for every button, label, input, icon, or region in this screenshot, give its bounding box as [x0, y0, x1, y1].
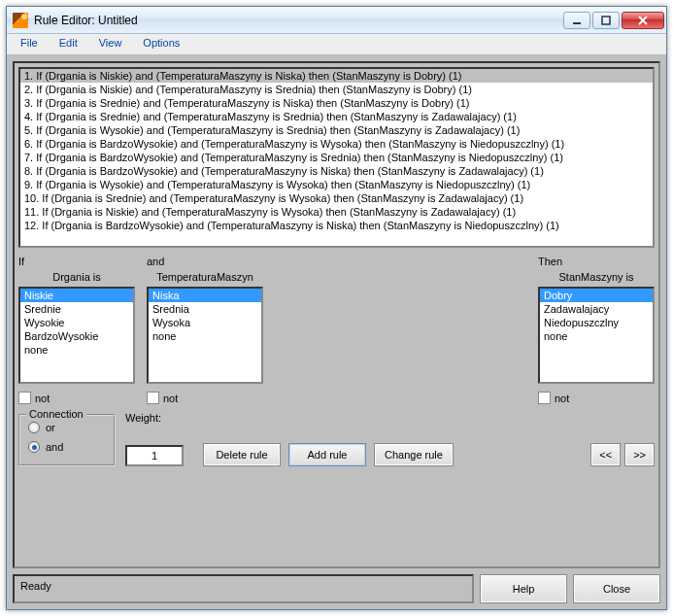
status-bar: Ready: [13, 574, 474, 603]
add-rule-button[interactable]: Add rule: [288, 443, 366, 466]
list-item[interactable]: Dobry: [540, 289, 653, 302]
next-rule-button[interactable]: >>: [624, 443, 655, 466]
rule-item[interactable]: 3. If (Drgania is Srednie) and (Temperat…: [20, 96, 653, 110]
list-item[interactable]: Niedopuszczlny: [540, 316, 653, 329]
connection-or-radio[interactable]: [28, 422, 40, 433]
menu-edit[interactable]: Edit: [50, 34, 87, 54]
input2-column: and TemperaturaMaszyn NiskaSredniaWysoka…: [147, 256, 263, 404]
list-item[interactable]: Srednie: [20, 302, 133, 316]
weight-column: Weight: 1: [125, 412, 193, 466]
rule-item[interactable]: 7. If (Drgania is BardzoWysokie) and (Te…: [20, 151, 653, 164]
rule-item[interactable]: 5. If (Drgania is Wysokie) and (Temperat…: [20, 123, 653, 137]
output-not-checkbox[interactable]: [538, 392, 551, 404]
app-icon: [13, 13, 28, 28]
rule-item[interactable]: 1. If (Drgania is Niskie) and (Temperatu…: [20, 69, 653, 83]
input1-not-checkbox[interactable]: [18, 392, 31, 404]
menu-file[interactable]: File: [11, 34, 48, 54]
input1-label: Drgania is: [18, 271, 135, 285]
rule-item[interactable]: 6. If (Drgania is BardzoWysokie) and (Te…: [20, 137, 653, 151]
svg-rect-1: [602, 17, 610, 24]
list-item[interactable]: Zadawalajacy: [540, 302, 653, 316]
delete-rule-button[interactable]: Delete rule: [203, 443, 281, 466]
menubar: File Edit View Options: [7, 34, 666, 55]
rule-item[interactable]: 12. If (Drgania is BardzoWysokie) and (T…: [20, 219, 653, 232]
output-label: StanMaszyny is: [538, 271, 655, 285]
input2-listbox[interactable]: NiskaSredniaWysokanone: [149, 289, 261, 382]
output-listbox[interactable]: DobryZadawalajacyNiedopuszczlnynone: [540, 289, 653, 382]
and-label: and: [147, 256, 263, 269]
input1-column: If Drgania is NiskieSrednieWysokieBardzo…: [18, 256, 135, 404]
maximize-button[interactable]: [592, 12, 620, 29]
controls-row: Connection or and Weight: 1 Delete rul: [18, 412, 655, 466]
rules-list-wrap: 1. If (Drgania is Niskie) and (Temperatu…: [18, 67, 655, 248]
output-not-label: not: [555, 393, 569, 404]
weight-label: Weight:: [125, 412, 193, 424]
nav-buttons: << >>: [590, 443, 655, 466]
menu-view[interactable]: View: [89, 34, 132, 54]
rule-item[interactable]: 2. If (Drgania is Niskie) and (Temperatu…: [20, 83, 653, 96]
rule-buttons: Delete rule Add rule Change rule: [203, 443, 454, 466]
help-button[interactable]: Help: [480, 574, 567, 603]
input2-listbox-wrap: NiskaSredniaWysokanone: [147, 287, 263, 384]
maximize-icon: [601, 16, 611, 25]
connection-group: Connection or and: [18, 414, 116, 466]
rule-builder: If Drgania is NiskieSrednieWysokieBardzo…: [18, 256, 655, 404]
list-item[interactable]: none: [20, 343, 133, 357]
main-panel: 1. If (Drgania is Niskie) and (Temperatu…: [13, 61, 660, 568]
rule-item[interactable]: 9. If (Drgania is Wysokie) and (Temperat…: [20, 178, 653, 191]
connection-and-label: and: [46, 441, 63, 453]
list-item[interactable]: none: [149, 329, 261, 343]
input1-listbox[interactable]: NiskieSrednieWysokieBardzoWysokienone: [20, 289, 133, 382]
list-item[interactable]: Wysoka: [149, 316, 261, 329]
list-item[interactable]: Niska: [149, 289, 261, 302]
titlebar[interactable]: Rule Editor: Untitled: [7, 7, 666, 34]
menu-options[interactable]: Options: [133, 34, 189, 54]
list-item[interactable]: Wysokie: [20, 316, 133, 329]
input2-not-checkbox[interactable]: [147, 392, 159, 404]
window-frame: Rule Editor: Untitled File Edit View Opt…: [6, 6, 667, 610]
close-window-button[interactable]: [622, 12, 664, 29]
input2-not-label: not: [163, 393, 178, 404]
window-title: Rule Editor: Untitled: [34, 14, 563, 27]
change-rule-button[interactable]: Change rule: [374, 443, 454, 466]
close-icon: [638, 16, 648, 25]
input1-listbox-wrap: NiskieSrednieWysokieBardzoWysokienone: [18, 287, 135, 384]
prev-rule-button[interactable]: <<: [590, 443, 621, 466]
rules-list[interactable]: 1. If (Drgania is Niskie) and (Temperatu…: [20, 69, 653, 246]
list-item[interactable]: Srednia: [149, 302, 261, 316]
window-buttons: [563, 12, 664, 29]
list-item[interactable]: BardzoWysokie: [20, 329, 133, 343]
weight-input[interactable]: 1: [125, 445, 184, 466]
connection-or-label: or: [46, 422, 55, 433]
connection-and-radio[interactable]: [28, 441, 40, 453]
minimize-button[interactable]: [563, 12, 590, 29]
client-area: 1. If (Drgania is Niskie) and (Temperatu…: [7, 55, 666, 609]
rule-item[interactable]: 10. If (Drgania is Srednie) and (Tempera…: [20, 191, 653, 205]
then-label: Then: [538, 256, 655, 269]
input2-label: TemperaturaMaszyn: [147, 271, 263, 285]
output-listbox-wrap: DobryZadawalajacyNiedopuszczlnynone: [538, 287, 655, 384]
minimize-icon: [572, 16, 582, 25]
output-column: Then StanMaszyny is DobryZadawalajacyNie…: [538, 256, 655, 404]
footer: Ready Help Close: [13, 574, 660, 603]
rule-item[interactable]: 11. If (Drgania is Niskie) and (Temperat…: [20, 205, 653, 219]
close-button[interactable]: Close: [573, 574, 660, 603]
connection-legend: Connection: [26, 408, 86, 420]
builder-spacer: [275, 256, 526, 404]
list-item[interactable]: Niskie: [20, 289, 133, 302]
rule-item[interactable]: 4. If (Drgania is Srednie) and (Temperat…: [20, 110, 653, 123]
input1-not-label: not: [35, 393, 50, 404]
rule-item[interactable]: 8. If (Drgania is BardzoWysokie) and (Te…: [20, 164, 653, 178]
if-label: If: [18, 256, 135, 269]
list-item[interactable]: none: [540, 329, 653, 343]
